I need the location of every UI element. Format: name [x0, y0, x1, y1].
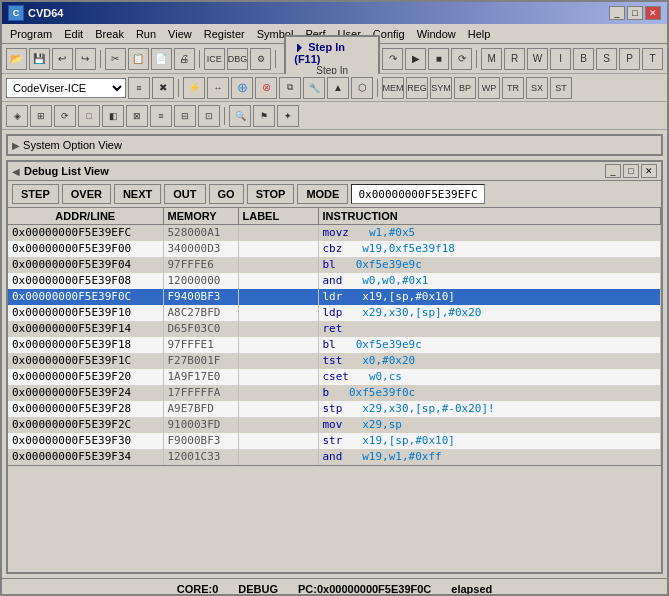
tb-row2-btn2[interactable]: ✖	[152, 77, 174, 99]
tb-row2-btn17[interactable]: SX	[526, 77, 548, 99]
table-row[interactable]: 0x00000000F5E39F18 97FFFE1 bl 0xf5e39e9c	[8, 337, 661, 353]
cell-label	[238, 289, 318, 305]
tb-row2-btn5[interactable]: ⊕	[231, 77, 253, 99]
tb-row3-btn6[interactable]: ⊠	[126, 105, 148, 127]
tb-mem7[interactable]: P	[619, 48, 640, 70]
table-row[interactable]: 0x00000000F5E39F30 F9000BF3 str x19,[sp,…	[8, 433, 661, 449]
table-row[interactable]: 0x00000000F5E39F0C F9400BF3 ldr x19,[sp,…	[8, 289, 661, 305]
tb-undo-button[interactable]: ↩	[52, 48, 73, 70]
tb-row3-btn11[interactable]: ⚑	[253, 105, 275, 127]
tb-stop2[interactable]: ■	[428, 48, 449, 70]
tb-row2-btn16[interactable]: TR	[502, 77, 524, 99]
stop-button[interactable]: STOP	[247, 184, 295, 204]
tb-row3-btn8[interactable]: ⊟	[174, 105, 196, 127]
tb-row2-btn6[interactable]: ⊗	[255, 77, 277, 99]
tb-row2-btn10[interactable]: ⬡	[351, 77, 373, 99]
table-row[interactable]: 0x00000000F5E39F10 A8C27BFD ldp x29,x30,…	[8, 305, 661, 321]
tb-mem5[interactable]: B	[573, 48, 594, 70]
table-row[interactable]: 0x00000000F5E39F2C 910003FD mov x29,sp	[8, 417, 661, 433]
tb-mem6[interactable]: S	[596, 48, 617, 70]
tb-extra1[interactable]: ⚙	[250, 48, 271, 70]
tb-row2-btn18[interactable]: ST	[550, 77, 572, 99]
menu-view[interactable]: View	[162, 26, 198, 42]
tb-cut-button[interactable]: ✂	[105, 48, 126, 70]
table-row[interactable]: 0x00000000F5E39F1C F27B001F tst x0,#0x20	[8, 353, 661, 369]
tb-step-over[interactable]: ↷	[382, 48, 403, 70]
cell-mem: A8C27BFD	[163, 305, 238, 321]
cell-mem: 97FFFE1	[163, 337, 238, 353]
menu-edit[interactable]: Edit	[58, 26, 89, 42]
debug-maximize-btn[interactable]: □	[623, 164, 639, 178]
out-button[interactable]: OUT	[164, 184, 205, 204]
tb-row2-btn3[interactable]: ⚡	[183, 77, 205, 99]
tb-row2-btn4[interactable]: ↔	[207, 77, 229, 99]
table-row[interactable]: 0x00000000F5E39F04 97FFFE6 bl 0xf5e39e9c	[8, 257, 661, 273]
tb-mem3[interactable]: W	[527, 48, 548, 70]
tb-row2-btn9[interactable]: ▲	[327, 77, 349, 99]
tb-row3-btn10[interactable]: 🔍	[229, 105, 251, 127]
menu-window[interactable]: Window	[411, 26, 462, 42]
menu-break[interactable]: Break	[89, 26, 130, 42]
debug-table-scroll[interactable]: ADDR/LINE MEMORY LABEL INSTRUCTION 0x000…	[8, 208, 661, 465]
codeviser-dropdown[interactable]: CodeViser-ICE	[6, 78, 126, 98]
tb-run[interactable]: ▶	[405, 48, 426, 70]
table-row[interactable]: 0x00000000F5E39F24 17FFFFFA b 0xf5e39f0c	[8, 385, 661, 401]
col-header-label: LABEL	[238, 208, 318, 225]
table-row[interactable]: 0x00000000F5E39EFC 528000A1 movz w1,#0x5	[8, 225, 661, 241]
tb-row2-btn13[interactable]: SYM	[430, 77, 452, 99]
tb-row2-btn12[interactable]: REG	[406, 77, 428, 99]
menu-run[interactable]: Run	[130, 26, 162, 42]
tb-row3-btn2[interactable]: ⊞	[30, 105, 52, 127]
tb-row3-btn3[interactable]: ⟳	[54, 105, 76, 127]
table-row[interactable]: 0x00000000F5E39F08 12000000 and w0,w0,#0…	[8, 273, 661, 289]
close-button[interactable]: ✕	[645, 6, 661, 20]
minimize-button[interactable]: _	[609, 6, 625, 20]
tb-row3-btn12[interactable]: ✦	[277, 105, 299, 127]
debug-close-btn[interactable]: ✕	[641, 164, 657, 178]
title-bar: C CVD64 _ □ ✕	[2, 2, 667, 24]
tb-mem8[interactable]: T	[642, 48, 663, 70]
tb-save-button[interactable]: 💾	[29, 48, 50, 70]
tb-row2-btn8[interactable]: 🔧	[303, 77, 325, 99]
menu-help[interactable]: Help	[462, 26, 497, 42]
tb-print-button[interactable]: 🖨	[174, 48, 195, 70]
tb-row3-btn7[interactable]: ≡	[150, 105, 172, 127]
tb-mem1[interactable]: M	[481, 48, 502, 70]
mode-button[interactable]: MODE	[297, 184, 348, 204]
horizontal-scrollbar[interactable]	[8, 465, 661, 477]
tb-redo-button[interactable]: ↪	[75, 48, 96, 70]
tb-mem2[interactable]: R	[504, 48, 525, 70]
tb-row2-btn14[interactable]: BP	[454, 77, 476, 99]
over-button[interactable]: OVER	[62, 184, 111, 204]
tb-open-button[interactable]: 📂	[6, 48, 27, 70]
tb-row2-btn15[interactable]: WP	[478, 77, 500, 99]
debug-minimize-btn[interactable]: _	[605, 164, 621, 178]
tb-row3-btn5[interactable]: ◧	[102, 105, 124, 127]
step-button[interactable]: STEP	[12, 184, 59, 204]
tb-row2-btn1[interactable]: ≡	[128, 77, 150, 99]
tb-row3-btn1[interactable]: ◈	[6, 105, 28, 127]
next-button[interactable]: NEXT	[114, 184, 161, 204]
tb-row2-btn7[interactable]: ⧉	[279, 77, 301, 99]
go-button[interactable]: GO	[209, 184, 244, 204]
tb-copy-button[interactable]: 📋	[128, 48, 149, 70]
tb-row3-btn4[interactable]: □	[78, 105, 100, 127]
menu-program[interactable]: Program	[4, 26, 58, 42]
cell-label	[238, 433, 318, 449]
table-row[interactable]: 0x00000000F5E39F20 1A9F17E0 cset w0,cs	[8, 369, 661, 385]
cell-addr: 0x00000000F5E39F04	[8, 257, 163, 273]
tb-connect-button[interactable]: ICE	[204, 48, 225, 70]
tb-sep5	[178, 79, 179, 97]
menu-register[interactable]: Register	[198, 26, 251, 42]
table-row[interactable]: 0x00000000F5E39F00 340000D3 cbz w19,0xf5…	[8, 241, 661, 257]
tb-debug-button[interactable]: DBG	[227, 48, 249, 70]
tb-reset[interactable]: ⟳	[451, 48, 472, 70]
tb-row2-btn11[interactable]: MEM	[382, 77, 404, 99]
tb-mem4[interactable]: I	[550, 48, 571, 70]
tb-row3-btn9[interactable]: ⊡	[198, 105, 220, 127]
table-row[interactable]: 0x00000000F5E39F14 D65F03C0 ret	[8, 321, 661, 337]
table-row[interactable]: 0x00000000F5E39F28 A9E7BFD stp x29,x30,[…	[8, 401, 661, 417]
maximize-button[interactable]: □	[627, 6, 643, 20]
table-row[interactable]: 0x00000000F5E39F34 12001C33 and w19,w1,#…	[8, 449, 661, 465]
tb-paste-button[interactable]: 📄	[151, 48, 172, 70]
